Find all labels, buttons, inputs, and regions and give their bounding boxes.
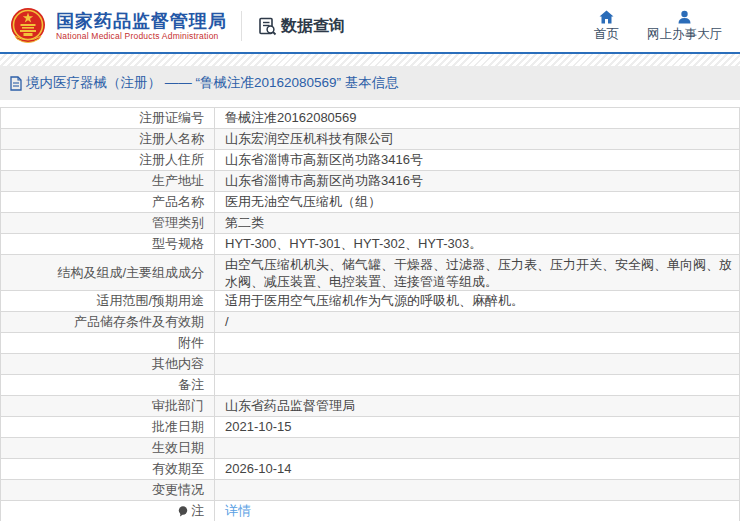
registration-info-table: 注册证编号鲁械注准20162080569 注册人名称山东宏润空压机科技有限公司 …	[0, 107, 740, 521]
breadcrumb-bar: 境内医疗器械（注册） —— “鲁械注准20162080569” 基本信息	[0, 66, 740, 100]
agency-name-en: National Medical Products Administration	[56, 31, 227, 42]
row-value	[214, 375, 739, 395]
nav-home[interactable]: 首页	[594, 10, 619, 43]
page-header: 国家药品监督管理局 National Medical Products Admi…	[0, 0, 740, 54]
row-label: 管理类别	[1, 213, 214, 233]
document-search-icon	[258, 17, 277, 36]
row-value: 2026-10-14	[214, 459, 739, 479]
table-row: 附件	[1, 332, 739, 353]
row-label: 变更情况	[1, 480, 214, 500]
table-row: 有效期至2026-10-14	[1, 458, 739, 479]
row-value: HYT-300、HYT-301、HYT-302、HYT-303。	[214, 234, 739, 254]
row-label: 注册人住所	[1, 150, 214, 170]
row-label: 有效期至	[1, 459, 214, 479]
page-doc-icon	[10, 76, 22, 91]
row-value	[214, 333, 739, 353]
table-row: 备注	[1, 374, 739, 395]
nav-hall-label: 网上办事大厅	[647, 26, 722, 43]
row-value	[214, 480, 739, 500]
data-query-heading: 数据查询	[258, 16, 345, 37]
person-icon	[677, 10, 692, 24]
data-query-label: 数据查询	[281, 16, 345, 37]
table-row: 生效日期	[1, 437, 739, 458]
table-row-note: 注 详情	[1, 500, 739, 521]
table-row: 型号规格HYT-300、HYT-301、HYT-302、HYT-303。	[1, 233, 739, 254]
national-emblem-logo	[8, 6, 48, 46]
row-value: 山东省药品监督管理局	[214, 396, 739, 416]
row-label: 生产地址	[1, 171, 214, 191]
table-row: 注册人名称山东宏润空压机科技有限公司	[1, 128, 739, 149]
table-row: 产品储存条件及有效期/	[1, 311, 739, 332]
table-row: 适用范围/预期用途适用于医用空气压缩机作为气源的呼吸机、麻醉机。	[1, 290, 739, 311]
row-value: 适用于医用空气压缩机作为气源的呼吸机、麻醉机。	[214, 291, 739, 311]
row-value: 山东宏润空压机科技有限公司	[214, 129, 739, 149]
table-row: 审批部门山东省药品监督管理局	[1, 395, 739, 416]
row-label: 批准日期	[1, 417, 214, 437]
top-nav: 首页 网上办事大厅	[594, 10, 722, 43]
row-value: 2021-10-15	[214, 417, 739, 437]
table-row: 生产地址山东省淄博市高新区尚功路3416号	[1, 170, 739, 191]
nav-home-label: 首页	[594, 26, 619, 43]
row-value: 医用无油空气压缩机（组）	[214, 192, 739, 212]
table-row: 注册人住所山东省淄博市高新区尚功路3416号	[1, 149, 739, 170]
table-row: 变更情况	[1, 479, 739, 500]
row-value: 第二类	[214, 213, 739, 233]
stripe-band	[0, 54, 740, 66]
row-value: /	[214, 312, 739, 332]
row-label: 产品名称	[1, 192, 214, 212]
row-label: 型号规格	[1, 234, 214, 254]
spacer	[0, 100, 740, 107]
table-row: 管理类别第二类	[1, 212, 739, 233]
row-label: 注册人名称	[1, 129, 214, 149]
row-value: 由空气压缩机机头、储气罐、干燥器、过滤器、压力表、压力开关、安全阀、单向阀、放水…	[214, 255, 739, 290]
agency-brand: 国家药品监督管理局 National Medical Products Admi…	[56, 11, 227, 42]
row-value: 山东省淄博市高新区尚功路3416号	[214, 150, 739, 170]
comment-icon	[178, 506, 188, 517]
row-label: 备注	[1, 375, 214, 395]
row-label: 结构及组成/主要组成成分	[1, 255, 214, 290]
table-row: 产品名称医用无油空气压缩机（组）	[1, 191, 739, 212]
row-label: 注册证编号	[1, 108, 214, 128]
breadcrumb: 境内医疗器械（注册） —— “鲁械注准20162080569” 基本信息	[26, 74, 399, 92]
row-label: 其他内容	[1, 354, 214, 374]
table-row: 注册证编号鲁械注准20162080569	[1, 107, 739, 128]
home-icon	[599, 10, 614, 24]
row-value	[214, 354, 739, 374]
agency-name-cn: 国家药品监督管理局	[56, 11, 227, 31]
row-label-note: 注	[1, 501, 214, 521]
row-value: 山东省淄博市高新区尚功路3416号	[214, 171, 739, 191]
row-value	[214, 438, 739, 458]
row-label: 适用范围/预期用途	[1, 291, 214, 311]
table-row: 其他内容	[1, 353, 739, 374]
nav-online-service-hall[interactable]: 网上办事大厅	[647, 10, 722, 43]
row-value: 鲁械注准20162080569	[214, 108, 739, 128]
row-label: 产品储存条件及有效期	[1, 312, 214, 332]
row-label: 审批部门	[1, 396, 214, 416]
detail-link[interactable]: 详情	[225, 501, 251, 521]
header-divider	[241, 11, 242, 41]
table-row: 批准日期2021-10-15	[1, 416, 739, 437]
table-row: 结构及组成/主要组成成分由空气压缩机机头、储气罐、干燥器、过滤器、压力表、压力开…	[1, 254, 739, 290]
row-label: 附件	[1, 333, 214, 353]
row-label: 生效日期	[1, 438, 214, 458]
